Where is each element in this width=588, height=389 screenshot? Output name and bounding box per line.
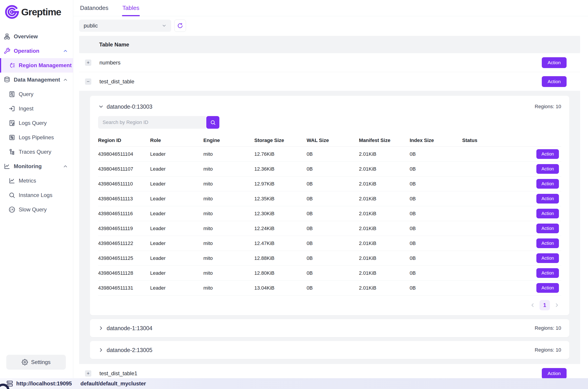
manifest-size-cell: 2.01KiB [359, 240, 410, 246]
region-id-cell: 4398046511128 [98, 270, 150, 276]
action-button[interactable]: Action [542, 57, 567, 68]
settings-label: Settings [31, 359, 51, 365]
region-column-header: WAL Size [307, 137, 359, 143]
index-size-cell: 0B [410, 285, 462, 291]
index-size-cell: 0B [410, 270, 462, 276]
region-column-header: Index Size [410, 137, 462, 143]
region-action-button[interactable]: Action [536, 149, 559, 159]
tabbar: Datanodes Tables [73, 0, 588, 16]
region-column-header: Engine [203, 137, 254, 143]
chart-icon [9, 177, 15, 184]
expand-button[interactable]: + [85, 60, 91, 66]
region-table-row: 4398046511116 Leader mito 12.30KiB 0B 2.… [98, 206, 561, 221]
region-search-button[interactable] [206, 116, 219, 129]
region-action-button[interactable]: Action [536, 253, 559, 263]
region-action-button[interactable]: Action [536, 268, 559, 278]
sidebar-item-label: Instance Logs [19, 192, 52, 198]
chevron-up-icon[interactable] [63, 48, 68, 54]
sidebar-item-region-management[interactable]: Region Management [0, 58, 73, 73]
sidebar-item-instance-logs[interactable]: Instance Logs [0, 188, 73, 202]
region-table-row: 4398046511128 Leader mito 12.80KiB 0B 2.… [98, 266, 561, 281]
manifest-size-cell: 2.01KiB [359, 166, 410, 172]
sidebar-item-label: Logs Query [19, 120, 47, 126]
sidebar-nav: Overview Operation Region Management Dat… [0, 23, 73, 355]
role-cell: Leader [150, 196, 203, 202]
region-column-header: Role [150, 137, 203, 143]
role-cell: Leader [150, 166, 203, 172]
sidebar-item-query[interactable]: Query [0, 87, 73, 101]
engine-cell: mito [203, 270, 254, 276]
region-id-cell: 4398046511125 [98, 255, 150, 261]
chevron-right-icon[interactable] [98, 325, 104, 331]
overview-icon [4, 33, 10, 40]
tab-tables[interactable]: Tables [122, 0, 139, 16]
table-name: numbers [99, 60, 542, 66]
region-column-header: Storage Size [254, 137, 307, 143]
sidebar-item-operation[interactable]: Operation [0, 44, 73, 58]
table-name: test_dist_table1 [99, 370, 542, 377]
sidebar-item-slow-query[interactable]: Slow Query [0, 202, 73, 217]
region-action-button[interactable]: Action [536, 283, 559, 293]
chevron-up-icon[interactable] [63, 77, 68, 82]
sidebar-item-label: Ingest [19, 105, 33, 112]
region-action-button[interactable]: Action [536, 194, 559, 203]
toolbar: public [79, 20, 580, 32]
wal-size-cell: 0B [307, 166, 359, 172]
datanode-title: datanode-2:13005 [107, 347, 535, 353]
cluster-selector[interactable]: default/default_mycluster [80, 380, 146, 387]
index-size-cell: 0B [410, 181, 462, 187]
sidebar-item-monitoring[interactable]: Monitoring [0, 159, 73, 174]
sidebar-item-data-management[interactable]: Data Management [0, 73, 73, 87]
region-action-button[interactable]: Action [536, 164, 559, 174]
chevron-right-icon[interactable] [98, 347, 104, 353]
tab-datanodes[interactable]: Datanodes [80, 0, 108, 16]
action-button[interactable]: Action [542, 76, 567, 87]
wrench-icon [4, 48, 10, 54]
region-action-button[interactable]: Action [536, 209, 559, 218]
prev-page-icon[interactable] [530, 302, 535, 308]
engine-cell: mito [203, 240, 254, 246]
chevron-down-icon[interactable] [98, 104, 104, 110]
index-size-cell: 0B [410, 196, 462, 202]
next-page-icon[interactable] [554, 302, 560, 308]
region-search-input[interactable] [98, 116, 206, 129]
refresh-button[interactable] [174, 20, 186, 32]
sidebar-item-ingest[interactable]: Ingest [0, 101, 73, 116]
region-column-header: Status [462, 137, 530, 143]
region-id-cell: 4398046511107 [98, 166, 150, 172]
schema-select[interactable]: public [79, 20, 171, 32]
region-table-row: 4398046511107 Leader mito 12.36KiB 0B 2.… [98, 162, 561, 176]
datanode-0-card: datanode-0:13003 Regions: 10 Region [90, 96, 569, 315]
region-table-row: 4398046511125 Leader mito 12.88KiB 0B 2.… [98, 251, 561, 266]
region-action-button[interactable]: Action [536, 238, 559, 248]
engine-cell: mito [203, 211, 254, 217]
wal-size-cell: 0B [307, 181, 359, 187]
region-action-button[interactable]: Action [536, 224, 559, 233]
region-table: Region IDRoleEngineStorage SizeWAL SizeM… [98, 134, 561, 312]
server-url[interactable]: http://localhost:19095 [6, 380, 72, 387]
settings-button[interactable]: Settings [6, 355, 66, 370]
page-1-button[interactable]: 1 [540, 300, 550, 310]
sidebar-item-traces-query[interactable]: Traces Query [0, 145, 73, 159]
sidebar-item-label: Operation [14, 48, 39, 54]
region-column-header: Region ID [98, 137, 150, 143]
wal-size-cell: 0B [307, 151, 359, 157]
storage-size-cell: 12.76KiB [254, 151, 307, 157]
engine-cell: mito [203, 151, 254, 157]
expand-button[interactable]: + [85, 370, 91, 377]
wal-size-cell: 0B [307, 211, 359, 217]
chevron-up-icon[interactable] [63, 164, 68, 169]
chart-icon [4, 163, 10, 170]
sidebar-item-metrics[interactable]: Metrics [0, 174, 73, 188]
sidebar-item-overview[interactable]: Overview [0, 29, 73, 44]
sidebar-item-logs-query[interactable]: Logs Query [0, 116, 73, 130]
sidebar-item-logs-pipelines[interactable]: Logs Pipelines [0, 130, 73, 145]
region-action-button[interactable]: Action [536, 179, 559, 189]
greptime-logo-icon [5, 5, 19, 19]
region-table-row: 4398046511104 Leader mito 12.76KiB 0B 2.… [98, 147, 561, 162]
index-size-cell: 0B [410, 166, 462, 172]
brand-name: Greptime [21, 6, 61, 18]
action-button[interactable]: Action [542, 368, 567, 378]
collapse-button[interactable]: − [85, 78, 91, 85]
storage-size-cell: 12.35KiB [254, 196, 307, 202]
